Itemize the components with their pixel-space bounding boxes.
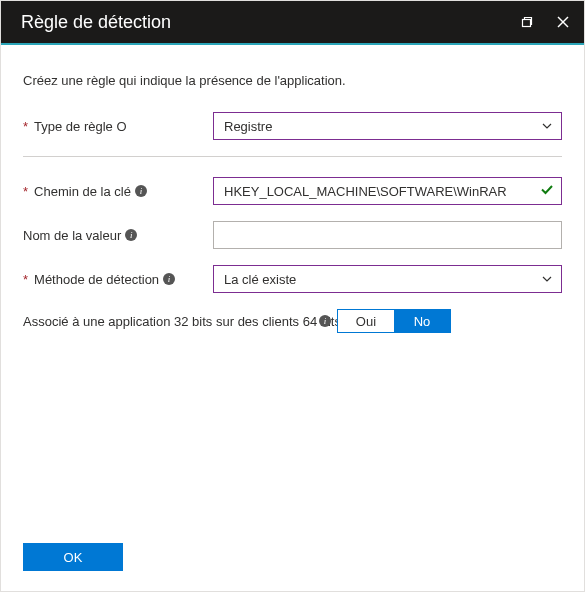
label-text: Nom de la valeur xyxy=(23,228,121,243)
checkmark-icon xyxy=(540,183,554,200)
chevron-down-icon xyxy=(541,273,553,285)
label-rule-type: * Type de règle O xyxy=(23,119,213,134)
panel-title: Règle de détection xyxy=(21,12,518,33)
restore-icon[interactable] xyxy=(518,13,536,31)
info-icon[interactable]: i xyxy=(125,229,137,241)
label-text: Type de règle xyxy=(34,119,113,134)
row-detect-method: * Méthode de détection i La clé existe xyxy=(23,265,562,293)
input-key-path[interactable] xyxy=(213,177,562,205)
info-icon[interactable]: i xyxy=(163,273,175,285)
row-rule-type: * Type de règle O Registre xyxy=(23,112,562,140)
select-rule-type-value: Registre xyxy=(224,119,272,134)
toggle-assoc: Oui No xyxy=(337,309,451,333)
row-key-path: * Chemin de la clé i xyxy=(23,177,562,205)
header-icon-group xyxy=(518,13,572,31)
chevron-down-icon xyxy=(541,120,553,132)
svg-rect-0 xyxy=(523,20,531,27)
input-value-name[interactable] xyxy=(213,221,562,249)
label-key-path: * Chemin de la clé i xyxy=(23,184,213,199)
toggle-assoc-no[interactable]: No xyxy=(394,310,450,332)
info-icon[interactable]: i xyxy=(135,185,147,197)
toggle-assoc-yes[interactable]: Oui xyxy=(338,310,394,332)
required-asterisk: * xyxy=(23,184,28,199)
select-detect-method-value: La clé existe xyxy=(224,272,296,287)
label-assoc: Associé à une application 32 bits sur de… xyxy=(23,314,341,329)
panel-footer: OK xyxy=(1,527,584,591)
required-asterisk: * xyxy=(23,119,28,134)
info-icon[interactable]: i xyxy=(319,315,331,327)
select-rule-type[interactable]: Registre xyxy=(213,112,562,140)
divider xyxy=(23,156,562,157)
ok-button[interactable]: OK xyxy=(23,543,123,571)
panel-header: Règle de détection xyxy=(1,1,584,45)
label-detect-method: * Méthode de détection i xyxy=(23,272,213,287)
row-assoc-32bit: Associé à une application 32 bits sur de… xyxy=(23,309,562,333)
intro-text: Créez une règle qui indique la présence … xyxy=(23,73,562,88)
close-icon[interactable] xyxy=(554,13,572,31)
select-detect-method[interactable]: La clé existe xyxy=(213,265,562,293)
label-text: Chemin de la clé xyxy=(34,184,131,199)
row-value-name: Nom de la valeur i xyxy=(23,221,562,249)
label-text: Méthode de détection xyxy=(34,272,159,287)
label-value-name: Nom de la valeur i xyxy=(23,228,213,243)
panel-body: Créez une règle qui indique la présence … xyxy=(1,45,584,527)
required-asterisk: * xyxy=(23,272,28,287)
